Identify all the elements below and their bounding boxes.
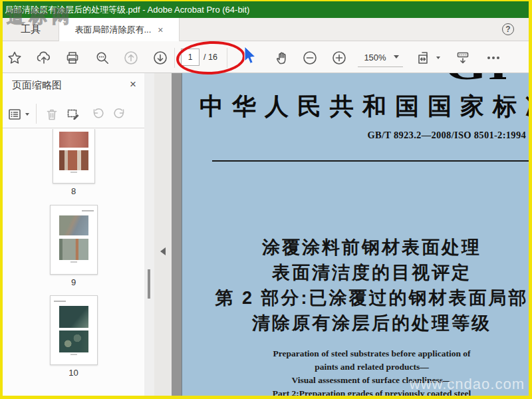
panel-header: 页面缩略图 × — [3, 73, 144, 97]
hide-toolbar-icon[interactable] — [455, 50, 471, 66]
rotate-right-icon[interactable] — [112, 106, 128, 122]
panel-divider — [154, 73, 172, 396]
main-toolbar: / 16 150% — [3, 41, 529, 73]
panel-close-icon[interactable]: × — [130, 78, 136, 91]
mouse-cursor — [243, 46, 257, 66]
zoom-out-icon[interactable] — [302, 50, 318, 66]
delete-pages-icon[interactable] — [44, 106, 60, 122]
tab-document-label: 表面局部清除原有... — [74, 24, 151, 36]
standard-heading: 中华人民共和国国家标准 — [200, 90, 529, 123]
zoom-dropdown-caret-icon[interactable] — [394, 55, 399, 59]
fit-width-icon[interactable] — [416, 50, 432, 66]
zoom-level-value[interactable]: 150% — [360, 53, 390, 63]
thumbnails-panel: 页面缩略图 × — [3, 73, 144, 396]
panel-title: 页面缩略图 — [12, 79, 62, 92]
crop-pages-icon[interactable] — [65, 106, 81, 122]
tab-document[interactable]: 表面局部清除原有... × — [59, 18, 180, 41]
previous-page-icon[interactable] — [123, 50, 139, 66]
sidebar-scrollbar-thumb[interactable] — [148, 269, 150, 299]
thumbnail-label: 9 — [71, 277, 76, 287]
thumbnail-label: 8 — [71, 186, 76, 196]
star-icon[interactable] — [7, 50, 23, 66]
panel-toolbar — [3, 100, 154, 128]
thumbnail-page-9[interactable]: 9 — [3, 205, 144, 287]
tab-close-icon[interactable]: × — [158, 25, 163, 35]
gb-standard-logo: GB — [445, 73, 506, 84]
thumbnail-page-10[interactable]: 10 — [3, 295, 144, 378]
thumbnail-page-8[interactable]: 8 — [3, 129, 144, 196]
help-icon[interactable]: ? — [502, 23, 514, 35]
tab-bar: 工具 表面局部清除原有... × ? — [3, 18, 529, 41]
app-window: 局部清除原有涂层后的处理等级.pdf - Adobe Acrobat Pro (… — [0, 0, 532, 399]
share-upload-icon[interactable] — [36, 50, 52, 66]
more-tools-icon[interactable] — [485, 50, 501, 66]
zoom-combo-underline — [358, 66, 403, 67]
pdf-page: GB 中华人民共和国国家标准 GB/T 8923.2—2008/ISO 8501… — [182, 73, 529, 396]
content-area: 页面缩略图 × — [3, 73, 529, 396]
title-bar: 局部清除原有涂层后的处理等级.pdf - Adobe Acrobat Pro (… — [3, 1, 529, 18]
print-icon[interactable] — [65, 50, 80, 66]
thumbnail-label: 10 — [68, 368, 78, 378]
site-watermark-bottom: www.cndao.com — [410, 376, 525, 393]
hand-tool-icon[interactable] — [274, 50, 290, 66]
thumbnail-list: 8 9 — [3, 129, 144, 396]
panel-separator — [36, 104, 37, 124]
sidebar-scrollbar[interactable] — [144, 73, 154, 396]
site-watermark-top: 道标网 — [7, 5, 74, 29]
next-page-icon[interactable] — [152, 50, 168, 66]
document-title: 涂覆涂料前钢材表面处理 表面清洁度的目视评定 第 2 部分:已涂覆过的钢材表面局… — [182, 235, 529, 336]
document-view: GB 中华人民共和国国家标准 GB/T 8923.2—2008/ISO 8501… — [172, 73, 529, 396]
thumbnail-options-icon[interactable] — [7, 106, 23, 122]
toolbar-separator — [174, 48, 175, 68]
options-caret-icon[interactable] — [25, 113, 29, 116]
collapse-panel-icon[interactable] — [160, 247, 166, 255]
search-icon[interactable] — [94, 50, 110, 66]
rotate-left-icon[interactable] — [90, 106, 106, 122]
heading-rule — [212, 160, 529, 162]
standard-code: GB/T 8923.2—2008/ISO 8501-2:1994 — [367, 130, 526, 141]
zoom-in-icon[interactable] — [331, 50, 347, 66]
fit-width-caret-icon[interactable] — [436, 57, 440, 59]
